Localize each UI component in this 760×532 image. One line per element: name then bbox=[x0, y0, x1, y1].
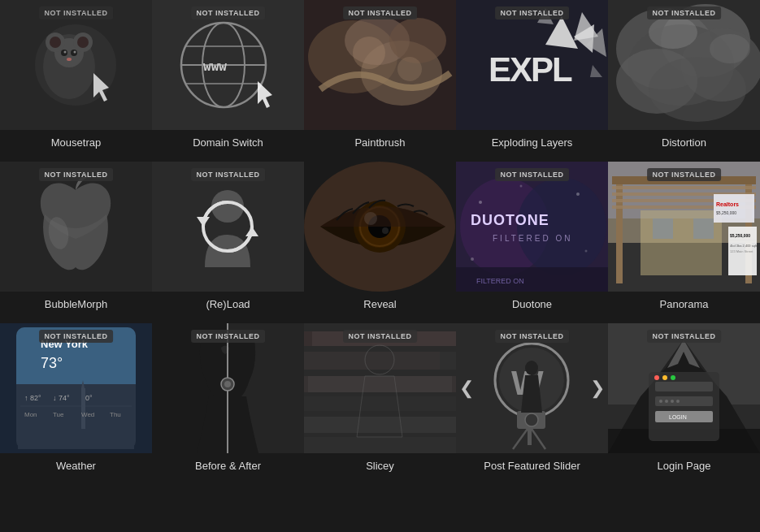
svg-rect-151 bbox=[655, 396, 713, 406]
svg-rect-48 bbox=[152, 162, 304, 292]
plugin-reveal-label: Reveal bbox=[363, 298, 396, 310]
badge-panorama: NOT INSTALLED bbox=[647, 168, 722, 181]
svg-text:4bd 3ba 2,400 sqft: 4bd 3ba 2,400 sqft bbox=[730, 244, 758, 248]
plugin-weather[interactable]: NOT INSTALLED New York 73° ↑ 82° ↓ 74° 8… bbox=[0, 323, 152, 485]
plugin-duotone[interactable]: NOT INSTALLED DUOTONE FILTERED ON bbox=[456, 162, 608, 323]
svg-rect-85 bbox=[653, 218, 673, 239]
svg-text:Mon: Mon bbox=[24, 411, 37, 418]
svg-point-153 bbox=[665, 400, 668, 403]
plugin-slicey[interactable]: NOT INSTALLED S bbox=[304, 323, 456, 485]
plugin-distortion-label: Distortion bbox=[662, 136, 706, 149]
plugin-mousetrap[interactable]: NOT INSTALLED bbox=[0, 0, 152, 162]
svg-text:↓ 74°: ↓ 74° bbox=[53, 394, 70, 402]
svg-text:123 Main Street: 123 Main Street bbox=[730, 249, 753, 253]
plugin-post-featured-slider[interactable]: NOT INSTALLED ❮ ❯ W bbox=[456, 323, 608, 485]
plugin-login-page-label: Login Page bbox=[658, 460, 711, 472]
svg-point-67 bbox=[479, 201, 482, 204]
badge-exploding: NOT INSTALLED bbox=[495, 6, 570, 19]
svg-point-27 bbox=[353, 37, 385, 69]
badge-before-after: NOT INSTALLED bbox=[191, 330, 266, 343]
svg-point-11 bbox=[74, 51, 76, 54]
plugin-distortion[interactable]: NOT INSTALLED Distortion bbox=[608, 0, 760, 162]
svg-point-155 bbox=[676, 400, 680, 403]
plugin-reload[interactable]: NOT INSTALLED (Re)Load bbox=[152, 162, 304, 323]
plugin-bubblemorph-label: BubbleMorph bbox=[45, 298, 107, 310]
plugin-domain-switch-label: Domain Switch bbox=[193, 136, 263, 149]
svg-rect-87 bbox=[714, 194, 754, 223]
svg-rect-105 bbox=[81, 388, 85, 429]
svg-point-159 bbox=[662, 375, 667, 380]
svg-point-7 bbox=[77, 37, 89, 48]
svg-rect-86 bbox=[693, 218, 714, 239]
svg-point-60 bbox=[382, 227, 389, 234]
svg-point-43 bbox=[649, 57, 746, 122]
plugin-before-after[interactable]: NOT INSTALLED bbox=[152, 323, 304, 485]
svg-rect-129 bbox=[308, 376, 452, 392]
plugin-weather-label: Weather bbox=[56, 460, 96, 472]
svg-point-160 bbox=[671, 375, 675, 380]
svg-text:FILTERED ON: FILTERED ON bbox=[476, 277, 524, 285]
plugin-login-page[interactable]: NOT INSTALLED bbox=[608, 323, 760, 485]
svg-text:73°: 73° bbox=[41, 355, 63, 371]
plugin-slicey-label: Slicey bbox=[366, 460, 394, 472]
badge-paintbrush: NOT INSTALLED bbox=[343, 6, 418, 19]
svg-text:FILTERED ON: FILTERED ON bbox=[493, 234, 572, 243]
svg-text:Tue: Tue bbox=[53, 411, 64, 418]
svg-text:LOGIN: LOGIN bbox=[669, 414, 687, 420]
svg-point-142 bbox=[525, 361, 538, 375]
svg-rect-124 bbox=[304, 396, 456, 411]
svg-point-10 bbox=[64, 51, 67, 54]
svg-text:$5,250,000: $5,250,000 bbox=[716, 210, 736, 215]
plugin-paintbrush-label: Paintbrush bbox=[354, 136, 405, 149]
svg-point-45 bbox=[710, 34, 750, 63]
svg-point-26 bbox=[389, 18, 446, 63]
svg-text:↑ 82°: ↑ 82° bbox=[24, 394, 41, 402]
badge-mousetrap: NOT INSTALLED bbox=[39, 6, 114, 19]
svg-rect-98 bbox=[16, 364, 136, 384]
badge-domain: NOT INSTALLED bbox=[191, 6, 266, 19]
badge-bubblemorph: NOT INSTALLED bbox=[39, 168, 114, 181]
badge-distortion: NOT INSTALLED bbox=[647, 6, 722, 19]
badge-slicey: NOT INSTALLED bbox=[343, 330, 418, 343]
plugin-before-after-label: Before & After bbox=[195, 460, 261, 472]
plugin-bubblemorph[interactable]: NOT INSTALLED BubbleMorph bbox=[0, 162, 152, 323]
svg-point-69 bbox=[576, 192, 580, 196]
svg-rect-150 bbox=[655, 382, 713, 391]
svg-point-141 bbox=[525, 413, 538, 426]
svg-point-152 bbox=[659, 400, 662, 403]
svg-point-68 bbox=[520, 185, 523, 188]
plugin-exploding-layers[interactable]: NOT INSTALLED EXPL Exploding Layers bbox=[456, 0, 608, 162]
svg-point-71 bbox=[471, 257, 474, 261]
badge-login-page: NOT INSTALLED bbox=[647, 330, 722, 343]
plugin-grid: NOT INSTALLED bbox=[0, 0, 760, 485]
svg-point-118 bbox=[224, 381, 231, 387]
svg-point-154 bbox=[671, 400, 674, 403]
svg-rect-128 bbox=[304, 352, 440, 370]
svg-text:Wed: Wed bbox=[81, 411, 94, 418]
svg-text:Realtors: Realtors bbox=[716, 201, 739, 207]
plugin-reload-label: (Re)Load bbox=[206, 298, 250, 310]
plugin-panorama-label: Panorama bbox=[660, 298, 709, 310]
svg-point-44 bbox=[649, 16, 697, 49]
plugin-duotone-label: Duotone bbox=[512, 298, 552, 310]
svg-point-12 bbox=[67, 58, 72, 61]
plugin-panorama[interactable]: NOT INSTALLED bbox=[608, 162, 760, 323]
plugin-post-featured-label: Post Featured Slider bbox=[484, 460, 580, 472]
svg-point-6 bbox=[50, 37, 61, 48]
svg-text:EXPL: EXPL bbox=[489, 50, 572, 89]
plugin-reveal[interactable]: Reveal bbox=[304, 162, 456, 323]
plugin-exploding-layers-label: Exploding Layers bbox=[492, 136, 573, 149]
badge-reload: NOT INSTALLED bbox=[191, 168, 266, 181]
plugin-domain-switch[interactable]: NOT INSTALLED www Domain Switch bbox=[152, 0, 304, 162]
badge-post-featured: NOT INSTALLED bbox=[495, 330, 570, 343]
svg-point-158 bbox=[654, 375, 659, 380]
svg-text:DUOTONE: DUOTONE bbox=[471, 212, 549, 228]
badge-weather: NOT INSTALLED bbox=[39, 330, 114, 343]
svg-point-28 bbox=[397, 57, 422, 81]
plugin-mousetrap-label: Mousetrap bbox=[51, 136, 101, 149]
svg-rect-126 bbox=[304, 437, 456, 453]
plugin-paintbrush[interactable]: NOT INSTALLED Paintbrush bbox=[304, 0, 456, 162]
svg-rect-125 bbox=[304, 417, 456, 433]
svg-rect-80 bbox=[612, 186, 756, 189]
svg-text:Thu: Thu bbox=[110, 411, 121, 418]
